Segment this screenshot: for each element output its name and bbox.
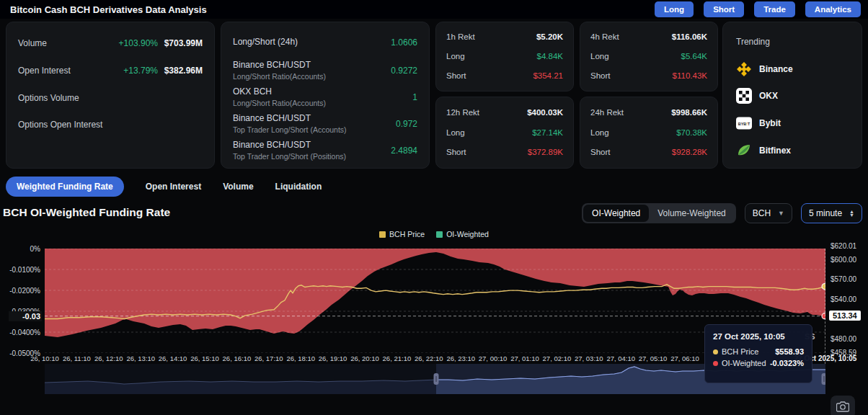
tab-open-interest[interactable]: Open Interest [146, 177, 201, 197]
stat-value: $703.99M [164, 38, 203, 48]
svg-text:BYB!T: BYB!T [738, 122, 750, 126]
series-dot-icon [713, 349, 718, 354]
rekt-short-row: Short $372.89K [446, 148, 563, 158]
rekt-title: 1h Rekt [446, 32, 475, 41]
y-axis-tick-label: $620.01 [831, 242, 856, 250]
long-button[interactable]: Long [655, 1, 694, 17]
chart-section-title: BCH OI-Weighted Funding Rate [3, 206, 170, 219]
stat-label: Open Interest [18, 66, 71, 76]
rekt-long-label: Long [446, 52, 465, 61]
chart-controls: OI-Weighted Volume-Weighted BCH ▼ 5 minu… [582, 203, 862, 223]
rekt-card-4h: 4h Rekt $116.06K Long $5.64K Short $110.… [580, 22, 718, 92]
stat-row-volume: Volume +103.90% $703.99M [18, 38, 203, 50]
weighting-toggle: OI-Weighted Volume-Weighted [582, 203, 736, 223]
tooltip-row-funding: OI-Weighted -0.0323% [713, 359, 804, 367]
rekt-long-label: Long [446, 128, 465, 137]
ratio-sublabel: Top Trader Long/Short (Positions) [233, 152, 417, 161]
x-axis-tick-label: 26, 21:10 [383, 354, 412, 362]
rekt-short-value: $372.89K [528, 148, 563, 156]
header-bar: Bitcoin Cash BCH Derivatives Data Analys… [0, 0, 868, 19]
camera-icon [836, 401, 849, 412]
trending-item-binance[interactable]: Binance [736, 61, 793, 78]
rekt-total-row: 12h Rekt $400.03K [446, 108, 563, 118]
y-axis-tick-label: -0.0200% [9, 287, 40, 295]
rekt-short-value: $110.43K [673, 71, 707, 80]
navigator-handle[interactable] [822, 373, 826, 385]
ratio-sublabel: Long/Short Ratio(Accounts) [233, 99, 417, 107]
trending-item-okx[interactable]: OKX [736, 87, 778, 104]
rekt-total-row: 24h Rekt $998.66K [590, 108, 707, 118]
rekt-title: 24h Rekt [590, 108, 624, 117]
crosshair-vertical-line [825, 249, 825, 364]
rekt-long-row: Long $70.38K [590, 128, 707, 138]
x-axis-tick-label: 26, 20:10 [350, 354, 379, 362]
stat-row-options-open-interest: Options Open Interest [18, 120, 203, 131]
trade-button[interactable]: Trade [754, 1, 795, 17]
ratio-value: 1.0606 [391, 37, 417, 48]
trending-item-bitfinex[interactable]: Bitfinex [736, 142, 791, 159]
rekt-card-1h: 1h Rekt $5.20K Long $4.84K Short $354.21 [435, 22, 574, 92]
tooltip-label: OI-Weighted [722, 359, 766, 367]
stat-row-open-interest: Open Interest +13.79% $382.96M [18, 66, 203, 77]
y-axis-left-labels: 0%-0.0100%-0.0200%-0.0300%-0.0400%-0.050… [0, 249, 40, 357]
rekt-short-row: Short $110.43K [590, 71, 707, 81]
toggle-volume-weighted[interactable]: Volume-Weighted [649, 205, 735, 222]
trending-title: Trending [736, 37, 770, 47]
x-axis-tick-label: 26, 13:10 [126, 354, 155, 362]
toggle-oi-weighted[interactable]: OI-Weighted [583, 205, 649, 222]
exchange-name: Binance [759, 64, 793, 74]
x-axis-tick-label: 26, 19:10 [319, 354, 347, 362]
screenshot-camera-button[interactable] [831, 396, 855, 415]
pair-select[interactable]: BCH ▼ [745, 203, 792, 223]
legend-item-oi-weighted[interactable]: OI-Weighted [436, 230, 489, 238]
analytics-button[interactable]: Analytics [805, 1, 861, 17]
chart-tooltip: 27 Oct 2025, 10:05 BCH Price $558.93 OI-… [704, 324, 812, 383]
ratio-label: Binance BCH/USDT [233, 60, 417, 70]
trending-card: Trending Binance [722, 22, 862, 169]
x-axis-tick-label: 26, 23:10 [446, 354, 475, 362]
x-axis-tick-label: 26, 12:10 [94, 354, 123, 362]
rekt-short-value: $928.28K [672, 148, 707, 156]
y-axis-tick-label: -0.0100% [9, 266, 40, 274]
okx-icon [736, 88, 752, 104]
short-button[interactable]: Short [704, 1, 744, 17]
rekt-long-row: Long $27.14K [446, 128, 563, 138]
legend-swatch [379, 231, 386, 238]
tab-weighted-funding-rate[interactable]: Weighted Funding Rate [6, 177, 124, 197]
y-axis-tick-label: $570.00 [831, 275, 856, 283]
x-axis-tick-label: 27, 02:10 [543, 354, 572, 362]
rekt-long-value: $70.38K [676, 128, 707, 137]
y-axis-tick-label: -0.0400% [9, 329, 40, 336]
exchange-name: OKX [759, 91, 778, 101]
rekt-long-value: $27.14K [532, 128, 563, 137]
x-axis-tick-label: 26, 17:10 [254, 354, 283, 362]
tooltip-row-price: BCH Price $558.93 [713, 347, 804, 356]
header-buttons: Long Short Trade Analytics [655, 1, 861, 17]
x-axis-tick-label: 26, 11:10 [63, 354, 91, 362]
pair-select-value: BCH [753, 208, 771, 218]
crosshair-right-axis-label: 513.34 [829, 311, 861, 321]
rekt-long-row: Long $4.84K [446, 52, 563, 62]
summary-cards-row: Volume +103.90% $703.99M Open Interest +… [6, 22, 862, 169]
legend-item-bch-price[interactable]: BCH Price [379, 230, 425, 238]
navigator-handle[interactable] [434, 373, 439, 385]
trending-item-bybit[interactable]: BYB!T Bybit [736, 115, 781, 132]
ratio-row: OKX BCH Long/Short Ratio(Accounts) 1 [233, 86, 417, 108]
rekt-long-value: $5.64K [681, 52, 707, 61]
rekt-total-row: 4h Rekt $116.06K [590, 32, 707, 43]
ratio-label: OKX BCH [233, 86, 417, 97]
rekt-total: $998.66K [671, 108, 707, 117]
rekt-title: 12h Rekt [446, 108, 479, 117]
y-axis-tick-label: 0% [30, 245, 40, 253]
interval-select[interactable]: 5 minute ▲▼ [801, 203, 862, 223]
x-axis-tick-label: 27, 05:10 [639, 354, 668, 362]
market-stats-card: Volume +103.90% $703.99M Open Interest +… [6, 22, 215, 169]
ratio-value: 0.9272 [391, 66, 417, 76]
stat-label: Volume [18, 38, 47, 48]
rekt-short-label: Short [590, 71, 611, 80]
tooltip-date: 27 Oct 2025, 10:05 [713, 332, 804, 341]
tab-liquidation[interactable]: Liquidation [275, 177, 322, 197]
x-axis-tick-label: 27, 04:10 [606, 354, 635, 362]
rekt-total: $400.03K [527, 108, 563, 117]
tab-volume[interactable]: Volume [223, 177, 253, 197]
